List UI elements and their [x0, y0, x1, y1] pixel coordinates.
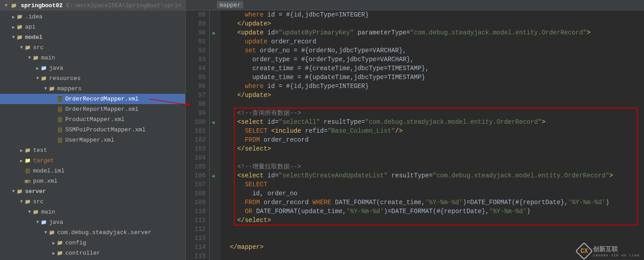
- code-line[interactable]: FROM order_record WHERE DATE_FORMAT(crea…: [222, 198, 644, 207]
- chevron-right-icon[interactable]: [11, 25, 16, 30]
- chevron-right-icon[interactable]: [35, 66, 40, 71]
- tree-item[interactable]: controller: [0, 248, 185, 258]
- code-line[interactable]: where id = #{id,jdbcType=INTEGER}: [222, 10, 644, 19]
- tree-item[interactable]: server: [0, 186, 185, 197]
- line-gutter: 8889909192939495969798991001011021031041…: [186, 10, 210, 260]
- chevron-down-icon[interactable]: [11, 35, 16, 40]
- folder-icon: [48, 85, 55, 92]
- tree-item[interactable]: main: [0, 53, 185, 63]
- tree-item[interactable]: api: [0, 22, 185, 32]
- code-line[interactable]: create_time = #{createTime,jdbcType=TIME…: [222, 64, 644, 73]
- tree-item[interactable]: SSMPoiProductMapper.xml: [0, 125, 185, 135]
- chevron-right-icon[interactable]: [19, 148, 24, 153]
- project-path: E:\WorkSpaceIDEA\SpringBoot\springb: [66, 2, 182, 9]
- line-number: 100: [186, 117, 206, 126]
- folder-icon: [10, 2, 17, 9]
- code-line[interactable]: id, order_no: [222, 189, 644, 198]
- code-area[interactable]: 8889909192939495969798991001011021031041…: [186, 10, 644, 260]
- project-title-bar: springboot02 E:\WorkSpaceIDEA\SpringBoot…: [0, 0, 185, 11]
- code-line[interactable]: set order_no = #{orderNo,jdbcType=VARCHA…: [222, 46, 644, 55]
- tree-item[interactable]: resources: [0, 73, 185, 84]
- tree-item-label: ProductMapper.xml: [65, 116, 125, 123]
- tree-item[interactable]: OrderReportMapper.xml: [0, 104, 185, 114]
- code-line[interactable]: order_type = #{orderType,jdbcType=VARCHA…: [222, 55, 644, 64]
- tree-item[interactable]: config: [0, 238, 185, 248]
- chevron-down-icon[interactable]: [35, 76, 40, 81]
- chevron-down-icon[interactable]: [19, 199, 24, 204]
- tree-item[interactable]: .idea: [0, 12, 185, 22]
- line-number: 104: [186, 153, 206, 162]
- code-line[interactable]: </select>: [222, 216, 644, 225]
- code-lines[interactable]: where id = #{id,jdbcType=INTEGER} </upda…: [220, 10, 644, 260]
- code-line[interactable]: [222, 234, 644, 243]
- tree-item-label: resources: [49, 75, 80, 82]
- folder-icon: [40, 219, 47, 226]
- code-line[interactable]: [222, 225, 644, 234]
- tree-item-label: OrderRecordMapper.xml: [65, 96, 139, 102]
- line-number: 89: [186, 19, 206, 28]
- chevron-down-icon[interactable]: [19, 45, 24, 50]
- line-number: 95: [186, 73, 206, 82]
- code-line[interactable]: <update id="updateByPrimaryKey" paramete…: [222, 28, 644, 37]
- watermark-sub: CHUANG XIN HU LIAN: [593, 253, 640, 257]
- chevron-down-icon[interactable]: [11, 189, 16, 194]
- code-line[interactable]: FROM order_record: [222, 135, 644, 144]
- tree-item-label: main: [41, 209, 55, 215]
- chevron-down-icon[interactable]: [27, 210, 32, 214]
- tree-item[interactable]: src: [0, 197, 185, 207]
- code-line[interactable]: SELECT <include refid="Base_Column_List"…: [222, 126, 644, 135]
- code-line[interactable]: <!--增量拉取数据-->: [222, 162, 644, 171]
- tree-item[interactable]: src: [0, 42, 185, 53]
- code-line[interactable]: OR DATE_FORMAT(update_time,'%Y-%m-%d')=D…: [222, 207, 644, 216]
- tree-item[interactable]: UserMapper.xml: [0, 135, 185, 145]
- chevron-right-icon[interactable]: [19, 158, 24, 164]
- code-line[interactable]: [222, 153, 644, 162]
- chevron-down-icon[interactable]: [4, 3, 8, 8]
- code-line[interactable]: where id = #{id,jdbcType=INTEGER}: [222, 82, 644, 91]
- tree-item[interactable]: model.iml: [0, 166, 185, 176]
- gutter-marker-icon[interactable]: ◄: [212, 118, 215, 127]
- tree-item[interactable]: mpom.xml: [0, 176, 185, 186]
- tree-item-label: mappers: [57, 85, 82, 92]
- code-line[interactable]: </select>: [222, 144, 644, 153]
- code-line[interactable]: update_time = #{updateTime,jdbcType=TIME…: [222, 73, 644, 82]
- file-tree[interactable]: .ideaapimodelsrcmainjavaresourcesmappers…: [0, 11, 185, 259]
- gutter-marker-icon[interactable]: ◄: [212, 172, 215, 181]
- code-line[interactable]: <!--查询所有数据-->: [222, 109, 644, 117]
- chevron-right-icon[interactable]: [51, 251, 56, 256]
- tree-item[interactable]: target: [0, 155, 185, 166]
- gutter-marker-icon[interactable]: ◄: [212, 29, 215, 38]
- tree-item-label: server: [25, 188, 46, 195]
- chevron-down-icon[interactable]: [27, 55, 32, 60]
- tree-item-label: main: [41, 55, 55, 61]
- code-line[interactable]: [222, 100, 644, 109]
- chevron-right-icon[interactable]: [51, 240, 56, 246]
- tree-item[interactable]: com.debug.steadyjack.server: [0, 227, 185, 238]
- tree-item[interactable]: test: [0, 145, 185, 155]
- tree-item[interactable]: main: [0, 207, 185, 217]
- file-icon: [24, 168, 31, 175]
- tree-item[interactable]: model: [0, 32, 185, 42]
- code-line[interactable]: update order_record: [222, 37, 644, 46]
- tree-item[interactable]: mappers: [0, 84, 185, 94]
- folder-icon: [40, 75, 47, 82]
- chevron-right-icon[interactable]: [11, 14, 16, 20]
- code-line[interactable]: <select id="selectByCreateAndUpdateList"…: [222, 171, 644, 180]
- code-line[interactable]: </update>: [222, 91, 644, 100]
- code-line[interactable]: SELECT: [222, 180, 644, 189]
- tree-item[interactable]: java: [0, 63, 185, 73]
- tree-item[interactable]: java: [0, 217, 185, 227]
- chevron-down-icon[interactable]: [43, 86, 48, 91]
- tree-item[interactable]: ProductMapper.xml: [0, 114, 185, 125]
- code-line[interactable]: <select id="selectAll" resultType="com.d…: [222, 117, 644, 126]
- chevron-down-icon[interactable]: [43, 230, 48, 235]
- line-number: 93: [186, 55, 206, 64]
- line-number: 111: [186, 216, 206, 225]
- tree-item[interactable]: OrderRecordMapper.xml: [0, 94, 185, 104]
- breadcrumb-item[interactable]: mapper: [217, 1, 243, 8]
- line-number: 103: [186, 144, 206, 153]
- tree-item-label: java: [49, 219, 63, 226]
- code-line[interactable]: </update>: [222, 19, 644, 28]
- watermark: CX 创新互联 CHUANG XIN HU LIAN: [578, 245, 640, 257]
- chevron-down-icon[interactable]: [35, 220, 40, 225]
